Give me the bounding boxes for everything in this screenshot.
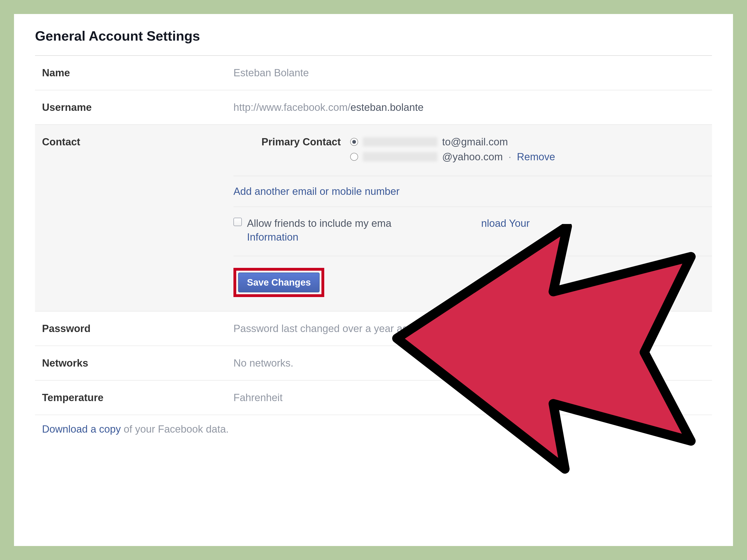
footer-text: of your Facebook data.	[121, 423, 229, 435]
label-password: Password	[42, 323, 233, 335]
divider	[233, 207, 712, 207]
radio-icon[interactable]	[350, 153, 358, 161]
footer: Download a copy of your Facebook data.	[35, 415, 712, 435]
label-temperature: Temperature	[42, 392, 233, 403]
username-suffix: esteban.bolante	[351, 102, 423, 113]
primary-email-1[interactable]: to@gmail.com	[350, 136, 555, 148]
download-copy-link[interactable]: Download a copy	[42, 423, 121, 435]
remove-link[interactable]: Remove	[517, 151, 555, 163]
contact-content: Primary Contact to@gmail.com @yahoo.com …	[233, 136, 712, 297]
username-prefix: http://www.facebook.com/	[233, 102, 351, 113]
value-username: http://www.facebook.com/esteban.bolante	[233, 102, 712, 113]
primary-contact-label: Primary Contact	[233, 136, 341, 163]
row-name[interactable]: Name Esteban Bolante	[35, 56, 712, 90]
redacted-text	[363, 152, 437, 161]
row-password[interactable]: Password Password last changed over a ye…	[35, 312, 712, 346]
label-name: Name	[42, 67, 233, 79]
label-username: Username	[42, 102, 233, 113]
primary-email-2[interactable]: @yahoo.com · Remove	[350, 151, 555, 163]
row-contact-expanded: Contact Primary Contact to@gmail.com @ya…	[35, 125, 712, 312]
information-link[interactable]: Information	[247, 231, 298, 243]
radio-icon[interactable]	[350, 138, 358, 146]
row-username[interactable]: Username http://www.facebook.com/esteban…	[35, 90, 712, 125]
separator: ·	[509, 151, 511, 163]
add-another-link[interactable]: Add another email or mobile number	[233, 186, 712, 197]
allow-friends-text: Allow friends to include my ema nload Yo…	[247, 216, 530, 244]
page-title: General Account Settings	[35, 23, 712, 55]
allow-friends-checkbox-row[interactable]: Allow friends to include my ema nload Yo…	[233, 216, 712, 246]
settings-panel: General Account Settings Name Esteban Bo…	[14, 14, 733, 546]
value-temperature: Fahrenheit	[233, 392, 712, 403]
email-suffix: @yahoo.com	[442, 151, 503, 163]
checkbox-icon[interactable]	[233, 218, 242, 226]
divider	[233, 176, 712, 176]
label-networks: Networks	[42, 357, 233, 369]
save-highlight: Save Changes	[233, 268, 324, 297]
email-suffix: to@gmail.com	[442, 136, 508, 148]
row-temperature[interactable]: Temperature Fahrenheit	[35, 380, 712, 415]
value-networks: No networks.	[233, 357, 712, 369]
divider	[233, 256, 712, 256]
allow-text-1: Allow friends to include my ema	[247, 217, 391, 229]
redacted-text	[363, 137, 437, 146]
row-networks[interactable]: Networks No networks.	[35, 346, 712, 380]
download-your-link[interactable]: nload Your	[481, 217, 530, 229]
label-contact: Contact	[42, 136, 233, 297]
value-name: Esteban Bolante	[233, 67, 712, 79]
save-changes-button[interactable]: Save Changes	[238, 272, 319, 292]
value-password: Password last changed over a year ago.	[233, 323, 712, 335]
